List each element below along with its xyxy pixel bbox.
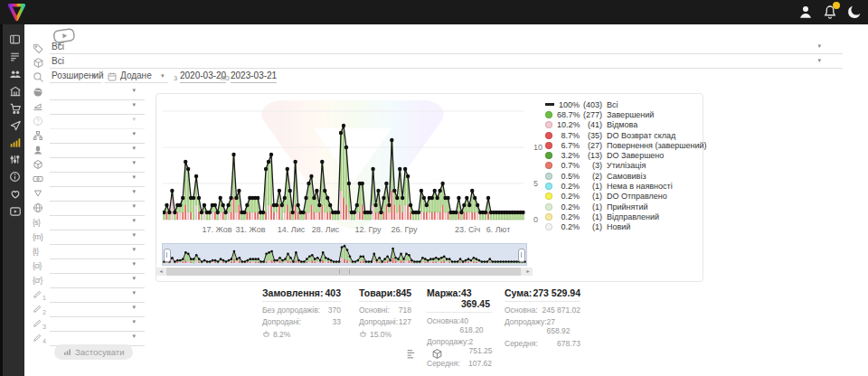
analytics-icon[interactable]: [3, 134, 27, 151]
chevron-down-icon[interactable]: ▾: [132, 202, 136, 210]
orders-list-icon[interactable]: [3, 48, 27, 65]
sidebar-filter-brace-cr[interactable]: {cr}▾: [33, 275, 145, 288]
chevron-down-icon[interactable]: ▾: [132, 246, 136, 253]
sidebar-filter-brace-ci[interactable]: {ci}▾: [33, 260, 145, 274]
sidebar-filter-question[interactable]: ▾: [33, 116, 145, 129]
topbar-actions: [797, 4, 863, 20]
date-field-select[interactable]: Додане: [120, 70, 152, 80]
sidebar-filter-pencil-3[interactable]: 3▾: [33, 318, 145, 332]
legend-item[interactable]: 100%(403)Всі: [545, 99, 701, 109]
warehouse-icon[interactable]: [3, 82, 27, 99]
chevron-down-icon[interactable]: ▾: [132, 188, 136, 195]
chevron-down-icon[interactable]: ▾: [817, 57, 821, 64]
cart-icon[interactable]: [3, 99, 27, 117]
filter-status[interactable]: Всі ▾: [33, 42, 843, 54]
sidebar-filter-sitemap[interactable]: ▾: [33, 130, 145, 144]
chevron-down-icon[interactable]: ▾: [132, 116, 136, 123]
legend-item[interactable]: 6.7%(27)Повернення (завершений): [545, 140, 701, 150]
chevron-down-icon[interactable]: ▾: [132, 289, 136, 296]
scrollbar-thumb[interactable]: [166, 268, 521, 276]
sidebar-filter-globe-solid[interactable]: ▾: [33, 87, 145, 100]
sliders-icon[interactable]: [3, 151, 27, 168]
chart-brush[interactable]: [162, 243, 527, 266]
sidebar-filter-ramp[interactable]: ▾: [33, 101, 145, 115]
date-from-input[interactable]: 2020-03-20: [180, 70, 226, 83]
brush-handle-right[interactable]: [518, 249, 525, 262]
search-mode-select[interactable]: Розширений: [52, 70, 104, 80]
sidebar-filter-brace-s[interactable]: {s}▾: [33, 217, 145, 230]
legend-item[interactable]: 8.7%(35)DO Возврат склад: [545, 130, 701, 140]
support-icon[interactable]: [3, 185, 27, 202]
x-tick-label: 6. Лют: [486, 225, 511, 234]
legend-item[interactable]: 10.2%(41)Відмова: [545, 120, 701, 130]
sidebar-filter-person[interactable]: ▾: [33, 145, 145, 158]
chevron-down-icon[interactable]: ▾: [132, 87, 136, 94]
send-icon[interactable]: [3, 117, 27, 134]
legend-item[interactable]: 68.7%(277)Завершений: [545, 109, 701, 119]
legend-item[interactable]: 0.2%(1)Відправлений: [545, 212, 701, 221]
chevron-down-icon[interactable]: ▾: [132, 231, 136, 239]
date-to-input[interactable]: 2023-03-21: [231, 70, 277, 83]
legend-color-swatch: [545, 203, 552, 211]
chevron-down-icon[interactable]: ▾: [132, 159, 136, 166]
chevron-down-icon[interactable]: ▾: [132, 101, 136, 108]
filter-products-value: Всі: [52, 56, 64, 66]
sidebar-filter-pencil-1[interactable]: 1▾: [33, 289, 145, 303]
chevron-down-icon[interactable]: ▾: [132, 333, 136, 340]
legend-item[interactable]: 0.2%(1)DO Отправлено: [545, 192, 701, 202]
package-icon: [33, 57, 44, 69]
bell-icon[interactable]: [822, 4, 838, 20]
chevron-down-icon[interactable]: ▾: [132, 275, 136, 282]
pencil-2-icon: 2: [33, 304, 44, 315]
package-icon[interactable]: [431, 347, 444, 360]
brace-t-icon: {t}: [33, 246, 44, 258]
chevron-down-icon[interactable]: ▾: [132, 145, 136, 152]
chevron-down-icon[interactable]: ▾: [132, 174, 136, 181]
legend-item[interactable]: 0.5%(2)Самовивіз: [545, 171, 701, 181]
chevron-down-icon[interactable]: ▾: [132, 130, 136, 137]
basket-icon: [359, 330, 367, 338]
filter-products[interactable]: Всі ▾: [33, 57, 843, 69]
sidebar-filter-box[interactable]: ▾: [33, 159, 145, 173]
scroll-right-icon[interactable]: ▸: [524, 268, 533, 276]
globe-solid-icon: [33, 87, 44, 99]
search-row: Розширений ▾ Додане ▾ з 2020-03-20 по 20…: [33, 71, 843, 83]
sidebar-filter-funnel[interactable]: ▾: [33, 188, 145, 202]
dark-mode-icon[interactable]: [846, 4, 863, 20]
legend-item[interactable]: 0.2%(1)Нема в наявності: [545, 181, 701, 191]
info-icon[interactable]: [3, 168, 27, 185]
y-tick-label: 10: [533, 143, 542, 152]
search-icon[interactable]: [33, 71, 44, 83]
legend-item[interactable]: 0.2%(1)Прийнятий: [545, 202, 701, 212]
customers-icon[interactable]: [3, 65, 27, 82]
legend-item[interactable]: 0.2%(1)Новий: [545, 222, 701, 232]
sidebar-filter-globe[interactable]: ▾: [33, 202, 145, 216]
sidebar-filter-pencil-2[interactable]: 2▾: [33, 304, 145, 317]
sidebar-filter-banknote[interactable]: ▾: [33, 174, 145, 187]
stat-orders: Замовлення:403 Без допродажів:370 Допрод…: [262, 287, 341, 339]
pencil-1-icon: 1: [33, 289, 44, 301]
chart-scrollbar[interactable]: ◂ ▸: [156, 268, 533, 276]
chevron-down-icon[interactable]: ▾: [132, 318, 136, 325]
chevron-down-icon[interactable]: ▾: [132, 304, 136, 311]
legend-color-swatch: [545, 162, 552, 169]
sidebar-filter-brace-m[interactable]: {m}▾: [33, 231, 145, 245]
legend-item[interactable]: 0.7%(3)Утилізація: [545, 161, 701, 171]
chevron-down-icon[interactable]: ▾: [817, 42, 821, 50]
scroll-left-icon[interactable]: ◂: [156, 268, 165, 276]
dashboard-icon[interactable]: [3, 31, 27, 48]
apply-button[interactable]: Застосувати: [54, 344, 133, 360]
filter-status-value: Всі: [52, 42, 64, 52]
x-tick-label: 14. Лис: [278, 225, 306, 234]
brand-logo-icon[interactable]: [7, 3, 26, 22]
chevron-down-icon[interactable]: ▾: [132, 217, 136, 224]
legend-color-swatch: [545, 121, 552, 128]
legend-color-swatch: [545, 142, 552, 149]
user-icon[interactable]: [797, 4, 814, 20]
video-icon[interactable]: [3, 202, 27, 220]
legend-item[interactable]: 3.2%(13)DO Завершено: [545, 150, 701, 160]
brush-handle-left[interactable]: [164, 249, 171, 262]
stats-list-icon[interactable]: [406, 347, 419, 360]
sidebar-filter-brace-t[interactable]: {t}▾: [33, 246, 145, 259]
chevron-down-icon[interactable]: ▾: [132, 260, 136, 268]
